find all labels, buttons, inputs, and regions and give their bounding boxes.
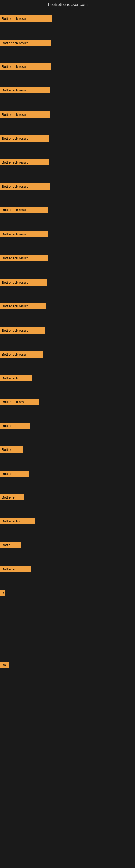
- bottleneck-result-item: Bottleneck: [0, 375, 32, 381]
- bottleneck-result-item: Bo: [0, 662, 9, 668]
- bottleneck-result-item: Bottleneck result: [0, 40, 51, 46]
- bottleneck-result-item: Bottleneck r: [0, 518, 35, 524]
- bottleneck-result-item: Bottleneck result: [0, 279, 47, 286]
- site-title: TheBottlenecker.com: [0, 0, 135, 9]
- bottleneck-result-item: Bottleneck result: [0, 328, 45, 334]
- bottleneck-result-item: Bottleneck result: [0, 135, 49, 142]
- bottleneck-result-item: Bottlenec: [0, 471, 29, 477]
- bottleneck-result-item: Bottlene: [0, 494, 24, 500]
- bottleneck-result-item: B: [0, 590, 5, 596]
- bottleneck-result-item: Bottleneck result: [0, 87, 50, 93]
- bottleneck-result-item: Bottleneck result: [0, 63, 51, 70]
- bottleneck-result-item: Bottleneck resu: [0, 351, 43, 358]
- bottleneck-result-item: Bottleneck result: [0, 231, 48, 237]
- bottleneck-result-item: Bottlenec: [0, 423, 30, 429]
- bottleneck-result-item: Bottleneck result: [0, 159, 49, 165]
- bottleneck-result-item: Bottleneck result: [0, 112, 50, 118]
- bottleneck-result-item: Bottleneck result: [0, 207, 48, 213]
- bottleneck-result-item: Bottleneck result: [0, 303, 46, 309]
- bottleneck-result-item: Bottle: [0, 542, 21, 548]
- bottleneck-result-item: Bottleneck result: [0, 255, 48, 261]
- bottleneck-result-item: Bottlenec: [0, 566, 31, 572]
- bottleneck-result-item: Bottleneck result: [0, 16, 52, 22]
- bottleneck-result-item: Bottle: [0, 446, 23, 453]
- bottleneck-result-item: Bottleneck result: [0, 183, 50, 190]
- bottleneck-result-item: Bottleneck res: [0, 399, 39, 405]
